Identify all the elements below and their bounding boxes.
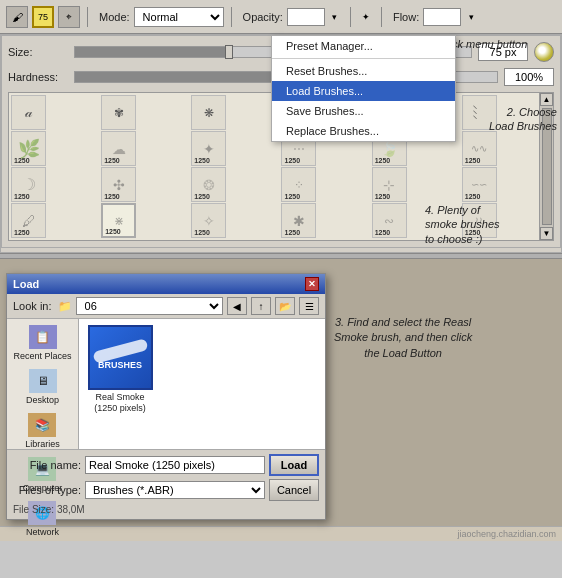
brush-preview-thumbnail: BRUSHES — [88, 325, 153, 390]
dialog-footer: File name: Load Files of type: Brushes (… — [7, 449, 325, 519]
brush-options-panel: Size: 75 px Hardness: 100% 𝒶 — [0, 34, 562, 253]
desktop-icon: 🖥 — [29, 369, 57, 393]
brush-cell[interactable]: 1250✱ — [281, 203, 316, 238]
load-dialog: Load ✕ Look in: 📁 06 ◀ ↑ 📂 ☰ — [6, 273, 326, 520]
nav-back-btn[interactable]: ◀ — [227, 297, 247, 315]
mode-dropdown[interactable]: Normal — [134, 7, 224, 27]
load-button[interactable]: Load — [269, 454, 319, 476]
airbrush-toggle-icon[interactable]: ✦ — [358, 9, 374, 25]
file-name-label: Real Smoke (1250 pixels) — [85, 392, 155, 414]
dialog-body: 📋 Recent Places 🖥 Desktop 📚 Libraries 💻 … — [7, 319, 325, 449]
sep2 — [231, 7, 232, 27]
step3-annotation: 3. Find and select the Reasl Smoke brush… — [334, 265, 556, 361]
brush-cell[interactable]: 1250☁ — [101, 131, 136, 166]
brush-cell[interactable]: ✾ — [101, 95, 136, 130]
watermark-bar: jiaocheng.chazidian.com — [0, 526, 562, 541]
brush-cell[interactable]: 1250🖊 — [11, 203, 46, 238]
brush-cell[interactable]: 1250❂ — [191, 167, 226, 202]
flow-input[interactable]: 100% — [423, 8, 461, 26]
menu-item-replace[interactable]: Replace Brushes... — [272, 121, 455, 141]
sep4 — [381, 7, 382, 27]
opacity-input[interactable]: 100% — [287, 8, 325, 26]
menu-separator — [272, 58, 455, 59]
libraries-icon: 📚 — [28, 413, 56, 437]
view-menu-btn[interactable]: ☰ — [299, 297, 319, 315]
opacity-arrow-icon[interactable]: ▾ — [327, 9, 343, 25]
brush-cell[interactable]: 1250✣ — [101, 167, 136, 202]
brush-size-icon[interactable]: 75 — [32, 6, 54, 28]
menu-item-reset[interactable]: Reset Brushes... — [272, 61, 455, 81]
dialog-sidebar: 📋 Recent Places 🖥 Desktop 📚 Libraries 💻 … — [7, 319, 79, 449]
sidebar-item-desktop[interactable]: 🖥 Desktop — [26, 369, 59, 405]
brush-cell[interactable]: 1250⋇ — [101, 203, 136, 238]
hardness-value: 100% — [504, 68, 554, 86]
network-label: Network — [26, 527, 59, 537]
lookin-label: Look in: — [13, 300, 52, 312]
sep3 — [350, 7, 351, 27]
flow-arrow-icon[interactable]: ▾ — [463, 9, 479, 25]
dialog-toolbar: Look in: 📁 06 ◀ ↑ 📂 ☰ — [7, 294, 325, 319]
size-label: Size: — [8, 46, 68, 58]
mode-label: Mode: — [99, 11, 130, 23]
filesize-label: File Size: 38,0M — [13, 504, 319, 515]
filename-label: File name: — [13, 459, 81, 471]
dialog-close-btn[interactable]: ✕ — [305, 277, 319, 291]
filetype-label: Files of type: — [13, 484, 81, 496]
watermark-text: jiaocheng.chazidian.com — [457, 529, 556, 539]
desktop-label: Desktop — [26, 395, 59, 405]
airbrush-icon[interactable]: ⌖ — [58, 6, 80, 28]
brushes-label: BRUSHES — [98, 361, 142, 371]
nav-up-btn[interactable]: ↑ — [251, 297, 271, 315]
create-folder-btn[interactable]: 📂 — [275, 297, 295, 315]
brush-file-item[interactable]: BRUSHES Real Smoke (1250 pixels) — [85, 325, 155, 414]
recent-places-icon: 📋 — [29, 325, 57, 349]
brush-cell[interactable]: 1250⁘ — [281, 167, 316, 202]
brush-cell[interactable]: 1250🌿 — [11, 131, 46, 166]
main-toolbar: 🖌 75 ⌖ Mode: Normal Opacity: 100% ▾ ✦ Fl… — [0, 0, 562, 34]
size-slider-thumb — [225, 45, 233, 59]
hardness-label: Hardness: — [8, 71, 68, 83]
step4-annotation: 4. Plenty of smoke brushes to choose :) — [425, 203, 555, 246]
brush-cell[interactable]: ❋ — [191, 95, 226, 130]
brush-cell[interactable]: 1250✧ — [191, 203, 226, 238]
libraries-label: Libraries — [25, 439, 60, 449]
brush-cell[interactable]: 1250✦ — [191, 131, 226, 166]
dialog-title: Load — [13, 278, 39, 290]
brush-context-menu: Preset Manager... Reset Brushes... Load … — [271, 35, 456, 142]
folder-icon: 📁 — [58, 300, 72, 313]
brush-cell[interactable]: 1250∽∽ — [462, 167, 497, 202]
brush-tool-icon[interactable]: 🖌 — [6, 6, 28, 28]
lookin-dropdown[interactable]: 06 — [76, 297, 223, 315]
opacity-label: Opacity: — [243, 11, 283, 23]
menu-item-save[interactable]: Save Brushes... — [272, 101, 455, 121]
recent-places-label: Recent Places — [13, 351, 71, 361]
dialog-area: Load ✕ Look in: 📁 06 ◀ ↑ 📂 ☰ — [0, 259, 562, 526]
dialog-titlebar: Load ✕ — [7, 274, 325, 294]
sidebar-item-libraries[interactable]: 📚 Libraries — [25, 413, 60, 449]
brush-cell[interactable]: 1250☽ — [11, 167, 46, 202]
cancel-button[interactable]: Cancel — [269, 479, 319, 501]
file-area[interactable]: BRUSHES Real Smoke (1250 pixels) — [79, 319, 325, 449]
sidebar-item-recent[interactable]: 📋 Recent Places — [13, 325, 71, 361]
filetype-dropdown[interactable]: Brushes (*.ABR) — [85, 481, 265, 499]
menu-item-load[interactable]: Load Brushes... — [272, 81, 455, 101]
flow-label: Flow: — [393, 11, 419, 23]
brush-cell[interactable]: 1250⊹ — [372, 167, 407, 202]
menu-item-preset[interactable]: Preset Manager... — [272, 36, 455, 56]
filename-input[interactable] — [85, 456, 265, 474]
brush-cell[interactable]: 1250∿∿ — [462, 131, 497, 166]
brush-cell[interactable]: 𝒶 — [11, 95, 46, 130]
brush-cell[interactable]: 1250∾ — [372, 203, 407, 238]
sep1 — [87, 7, 88, 27]
